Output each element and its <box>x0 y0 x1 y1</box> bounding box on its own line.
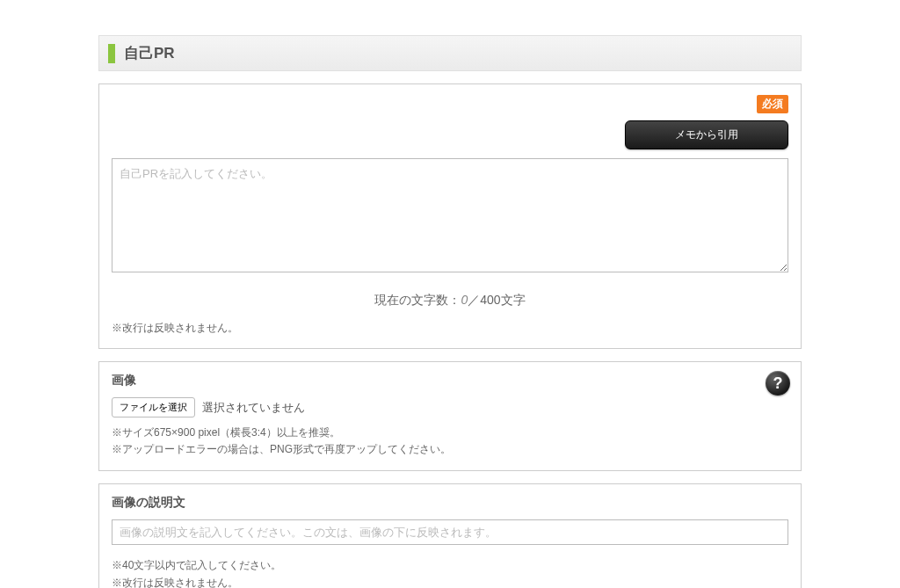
image-panel: 画像 ? ファイルを選択 選択されていません ※サイズ675×900 pixel… <box>98 361 802 471</box>
section-title: 自己PR <box>124 43 175 63</box>
file-row: ファイルを選択 選択されていません <box>112 397 788 417</box>
caption-panel-label: 画像の説明文 <box>112 495 788 511</box>
char-count-suffix: ／400文字 <box>468 293 525 307</box>
section-header: 自己PR <box>98 35 802 71</box>
quote-from-memo-button[interactable]: メモから引用 <box>625 120 788 149</box>
pr-panel: 必須 メモから引用 現在の文字数：0／400文字 ※改行は反映されません。 <box>98 83 802 349</box>
image-note-upload: ※アップロードエラーの場合は、PNG形式で再度アップしてください。 <box>112 441 788 458</box>
image-note-size: ※サイズ675×900 pixel（横長3:4）以上を推奨。 <box>112 425 788 441</box>
quote-button-row: メモから引用 <box>112 120 788 149</box>
required-row: 必須 <box>112 95 788 113</box>
caption-panel: 画像の説明文 ※40文字以内で記入してください。 ※改行は反映されません。 <box>98 483 802 588</box>
file-status: 選択されていません <box>202 400 305 416</box>
char-count-prefix: 現在の文字数： <box>374 293 461 307</box>
pr-note-newline: ※改行は反映されません。 <box>112 321 788 336</box>
image-panel-label: 画像 <box>112 373 788 388</box>
pr-textarea[interactable] <box>112 158 788 272</box>
char-count: 現在の文字数：0／400文字 <box>112 293 788 309</box>
caption-note-newline: ※改行は反映されません。 <box>112 575 788 588</box>
required-badge: 必須 <box>757 95 788 113</box>
caption-note-limit: ※40文字以内で記入してください。 <box>112 557 788 574</box>
header-accent-bar <box>108 44 115 63</box>
file-select-button[interactable]: ファイルを選択 <box>112 397 195 417</box>
help-icon[interactable]: ? <box>766 371 790 396</box>
caption-input[interactable] <box>112 519 788 545</box>
